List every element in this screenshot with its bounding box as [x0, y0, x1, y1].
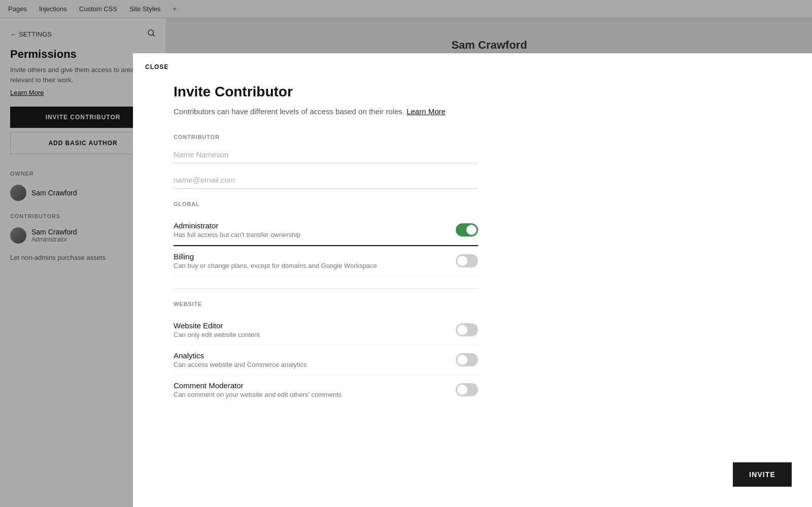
administrator-info: Administrator Has full access but can't …	[174, 221, 456, 239]
close-button[interactable]: CLOSE	[145, 63, 168, 71]
global-section-label: GLOBAL	[174, 201, 478, 207]
modal-learn-more-link[interactable]: Learn More	[407, 107, 446, 116]
comment-moderator-name: Comment Moderator	[174, 381, 456, 390]
toggle-knob	[457, 385, 467, 395]
billing-toggle[interactable]	[456, 254, 478, 267]
modal-subtitle: Contributors can have different levels o…	[174, 106, 478, 118]
permission-comment-moderator: Comment Moderator Can comment on your we…	[174, 375, 478, 404]
contributor-email-input[interactable]	[174, 172, 478, 189]
billing-desc: Can buy or change plans, except for doma…	[174, 262, 456, 269]
website-editor-name: Website Editor	[174, 321, 456, 330]
toggle-knob	[466, 225, 477, 235]
billing-name: Billing	[174, 252, 456, 261]
analytics-name: Analytics	[174, 351, 456, 360]
permission-billing: Billing Can buy or change plans, except …	[174, 246, 478, 276]
comment-moderator-desc: Can comment on your website and edit oth…	[174, 391, 456, 398]
toggle-knob	[457, 256, 467, 266]
toggle-knob	[457, 325, 467, 335]
invite-contributor-modal: CLOSE Invite Contributor Contributors ca…	[133, 53, 812, 507]
website-editor-toggle[interactable]	[456, 323, 478, 336]
website-editor-info: Website Editor Can only edit website con…	[174, 321, 456, 339]
website-section-label: WEBSITE	[174, 301, 478, 307]
billing-info: Billing Can buy or change plans, except …	[174, 252, 456, 269]
analytics-toggle[interactable]	[456, 353, 478, 366]
toggle-knob	[457, 355, 467, 365]
administrator-name: Administrator	[174, 221, 456, 230]
analytics-info: Analytics Can access website and Commerc…	[174, 351, 456, 368]
permission-administrator: Administrator Has full access but can't …	[174, 215, 478, 245]
invite-button[interactable]: INVITE	[733, 462, 792, 487]
permission-website-editor: Website Editor Can only edit website con…	[174, 315, 478, 345]
permission-analytics: Analytics Can access website and Commerc…	[174, 345, 478, 375]
administrator-desc: Has full access but can't transfer owner…	[174, 231, 456, 239]
administrator-toggle[interactable]	[456, 223, 478, 236]
contributor-section-label: CONTRIBUTOR	[174, 134, 478, 140]
section-divider	[174, 288, 478, 289]
comment-moderator-toggle[interactable]	[456, 383, 478, 396]
contributor-name-input[interactable]	[174, 146, 478, 163]
modal-title: Invite Contributor	[174, 84, 478, 100]
analytics-desc: Can access website and Commerce analytic…	[174, 361, 456, 368]
comment-moderator-info: Comment Moderator Can comment on your we…	[174, 381, 456, 398]
modal-body: Invite Contributor Contributors can have…	[133, 53, 519, 425]
website-editor-desc: Can only edit website content	[174, 331, 456, 339]
